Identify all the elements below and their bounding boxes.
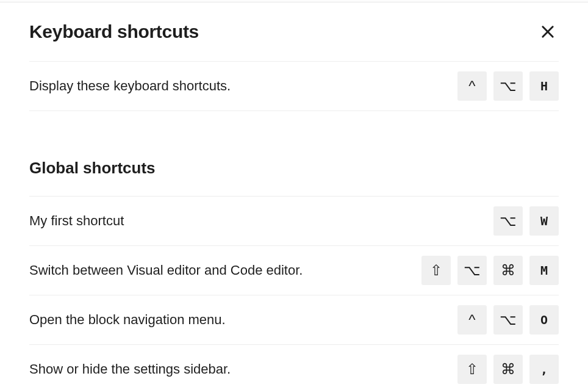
shortcut-description: Switch between Visual editor and Code ed…	[29, 261, 303, 280]
keyboard-key: ⇧	[421, 256, 451, 285]
keyboard-key: ⌥	[493, 206, 523, 236]
keyboard-key: M	[529, 256, 559, 285]
shortcut-row: Switch between Visual editor and Code ed…	[29, 246, 559, 295]
keyboard-key: ^	[457, 71, 487, 101]
shortcut-keys: ^⌥O	[457, 305, 559, 335]
close-icon	[539, 23, 556, 40]
shortcut-row: Show or hide the settings sidebar.⇧⌘,	[29, 345, 559, 387]
keyboard-key: ⌥	[457, 256, 487, 285]
keyboard-key: ⇧	[457, 355, 487, 384]
shortcut-description: Open the block navigation menu.	[29, 311, 226, 330]
shortcut-row: My first shortcut⌥W	[29, 197, 559, 246]
keyboard-key: O	[529, 305, 559, 335]
modal-title: Keyboard shortcuts	[29, 21, 199, 42]
shortcut-description: Show or hide the settings sidebar.	[29, 360, 231, 379]
section-spacer	[29, 111, 559, 154]
keyboard-key: ⌥	[493, 305, 523, 335]
keyboard-key: ⌥	[493, 71, 523, 101]
shortcut-row: Display these keyboard shortcuts. ^⌥H	[29, 62, 559, 111]
shortcut-keys: ⇧⌘,	[457, 355, 559, 384]
shortcut-description: My first shortcut	[29, 212, 124, 231]
keyboard-key: H	[529, 71, 559, 101]
shortcut-description: Display these keyboard shortcuts.	[29, 77, 231, 96]
keyboard-shortcuts-modal: Keyboard shortcuts Display these keyboar…	[0, 2, 588, 387]
shortcut-keys: ⇧⌥⌘M	[421, 256, 559, 285]
keyboard-key: ⌘	[493, 355, 523, 384]
keyboard-key: ^	[457, 305, 487, 335]
shortcut-keys: ^⌥H	[457, 71, 559, 101]
close-button[interactable]	[537, 21, 559, 43]
keyboard-key: ,	[529, 355, 559, 384]
shortcut-list: My first shortcut⌥WSwitch between Visual…	[29, 197, 559, 387]
shortcut-row: Open the block navigation menu.^⌥O	[29, 295, 559, 345]
keyboard-key: W	[529, 206, 559, 236]
keyboard-key: ⌘	[493, 256, 523, 285]
shortcut-keys: ⌥W	[493, 206, 559, 236]
modal-header: Keyboard shortcuts	[29, 2, 559, 62]
section-title: Global shortcuts	[29, 154, 559, 197]
